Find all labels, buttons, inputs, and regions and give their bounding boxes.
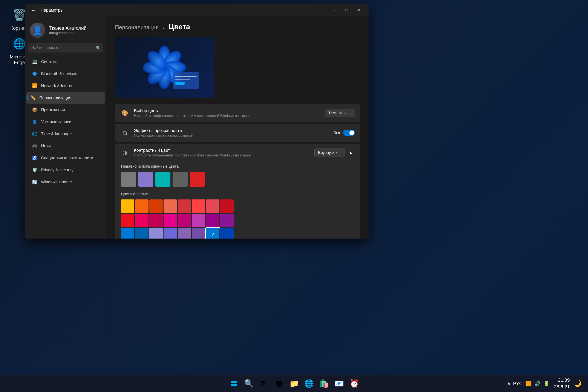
taskbar-sys-icons: ∧ РУС 📶 🔊 🔋 (507, 380, 550, 387)
color-cell-0-0[interactable] (121, 200, 134, 213)
contrast-expanded-section: Недавно использованные цвета Цвета Windo… (115, 160, 360, 238)
taskbar: 🔍 ⧉ ▦ 📁 🌐 🛍️ 📧 ⏰ (0, 375, 588, 392)
color-cell-1-7[interactable] (220, 214, 234, 227)
color-choice-control: Темный ▾ (325, 109, 355, 117)
wifi-icon[interactable]: 📶 (525, 380, 532, 387)
color-choice-title: Выбор цвета (134, 108, 320, 113)
clock-button[interactable]: ⏰ (348, 377, 360, 390)
taskbar-language[interactable]: РУС (513, 381, 523, 386)
sidebar-item-network[interactable]: 📶 Network & internet (26, 80, 105, 92)
recent-swatch-2[interactable] (156, 172, 170, 187)
back-button[interactable]: ← (29, 6, 38, 15)
sidebar-item-accessibility-label: Специальные возможности (41, 156, 93, 160)
color-cell-2-7[interactable] (220, 228, 234, 238)
notification-icon[interactable]: 🌙 (574, 380, 582, 387)
color-cell-2-6-selected[interactable]: ✓ (206, 228, 220, 238)
search-icon: 🔍 (96, 46, 100, 50)
svg-rect-10 (231, 384, 234, 386)
toggle-on-label: Вкл. (333, 131, 341, 135)
sidebar-item-accessibility[interactable]: ♿ Специальные возможности (26, 152, 105, 164)
edge-taskbar-button[interactable]: 🌐 (302, 377, 316, 390)
color-cell-2-0[interactable] (121, 228, 134, 238)
color-cell-2-2[interactable] (149, 228, 163, 238)
color-cell-0-7[interactable] (220, 200, 234, 213)
color-cell-1-5[interactable] (192, 214, 205, 227)
sidebar-item-apps-label: Приложения (41, 108, 65, 112)
color-choice-dropdown[interactable]: Темный ▾ (325, 109, 355, 117)
color-cell-0-4[interactable] (178, 200, 191, 213)
user-info: Ткачев Анатолий info@comss.ru (49, 25, 101, 35)
color-cell-2-4[interactable] (178, 228, 191, 238)
edge-taskbar-icon: 🌐 (304, 379, 314, 388)
color-cell-0-5[interactable] (192, 200, 205, 213)
transparency-text: Эффекты прозрачности Полупрозрачные окна… (134, 128, 329, 138)
task-view-button[interactable]: ⧉ (258, 377, 270, 390)
windows-update-icon: 🔄 (32, 179, 38, 185)
start-button[interactable] (228, 377, 240, 390)
window-title: Параметры (40, 8, 329, 13)
sidebar-item-accounts[interactable]: 👤 Учетные записи (26, 116, 105, 128)
taskbar-clock[interactable]: 21:39 28.6.21 (554, 377, 570, 390)
sidebar-item-privacy[interactable]: 🛡️ Privacy & security (26, 164, 105, 176)
breadcrumb-current: Цвета (169, 22, 190, 31)
recent-swatch-4[interactable] (190, 172, 205, 187)
color-cell-1-0[interactable] (121, 214, 134, 227)
sidebar-item-personalization[interactable]: ✏️ Персонализация (26, 92, 105, 104)
sidebar-item-personalization-label: Персонализация (39, 96, 71, 100)
contrast-expand-button[interactable]: ▲ (347, 148, 355, 157)
recent-swatch-0[interactable] (121, 172, 136, 187)
color-cell-0-3[interactable] (164, 200, 177, 213)
maximize-button[interactable]: □ (341, 6, 352, 14)
color-choice-desc: Настройте отображение приложений и повер… (134, 114, 320, 118)
color-cell-1-2[interactable] (149, 214, 163, 227)
mail-button[interactable]: 📧 (333, 377, 346, 390)
contrast-dropdown[interactable]: Вручную ▾ (314, 148, 344, 157)
theme-preview (115, 38, 214, 98)
avatar: 👤 (30, 22, 45, 38)
file-explorer-button[interactable]: 📁 (288, 377, 300, 390)
accounts-icon: 👤 (32, 119, 38, 125)
user-profile[interactable]: 👤 Ткачев Анатолий info@comss.ru (25, 18, 106, 43)
sidebar: 👤 Ткачев Анатолий info@comss.ru 🔍 💻 С (25, 16, 106, 238)
close-button[interactable]: ✕ (353, 6, 364, 14)
sidebar-item-time[interactable]: 🌐 Time & language (26, 128, 105, 140)
accessibility-icon: ♿ (32, 155, 38, 161)
widgets-button[interactable]: ▦ (272, 377, 286, 390)
volume-icon[interactable]: 🔊 (534, 380, 541, 387)
sidebar-item-accounts-label: Учетные записи (41, 120, 71, 124)
contrast-color-row: ◑ Контрастный цвет Настройте отображение… (115, 144, 360, 162)
sidebar-item-gaming[interactable]: 🎮 Игры (26, 140, 105, 152)
color-cell-0-2[interactable] (149, 200, 163, 213)
chevron-up-taskbar-icon[interactable]: ∧ (507, 381, 511, 386)
recent-swatch-3[interactable] (172, 172, 188, 187)
color-cell-1-1[interactable] (135, 214, 148, 227)
task-view-icon: ⧉ (261, 379, 267, 388)
battery-icon[interactable]: 🔋 (543, 380, 550, 387)
chevron-up-icon: ▲ (348, 150, 353, 155)
color-cell-1-3[interactable] (164, 214, 177, 227)
color-cell-1-4[interactable] (178, 214, 191, 227)
selected-checkmark: ✓ (211, 232, 215, 237)
search-taskbar-button[interactable]: 🔍 (242, 377, 255, 390)
color-cell-2-1[interactable] (135, 228, 148, 238)
sidebar-item-windows-update[interactable]: 🔄 Windows Update (26, 176, 105, 188)
color-cell-2-5[interactable] (192, 228, 205, 238)
search-taskbar-icon: 🔍 (244, 379, 254, 388)
store-button[interactable]: 🛍️ (318, 377, 330, 390)
contrast-icon: ◑ (120, 148, 130, 157)
color-cell-0-6[interactable] (206, 200, 220, 213)
sidebar-item-apps[interactable]: 📦 Приложения (26, 104, 105, 116)
time-icon: 🌐 (32, 131, 38, 137)
color-cell-2-3[interactable] (164, 228, 177, 238)
transparency-toggle[interactable] (343, 130, 355, 136)
sidebar-item-system[interactable]: 💻 Система (26, 56, 105, 68)
widgets-icon: ▦ (275, 379, 282, 388)
minimize-button[interactable]: ─ (329, 6, 340, 14)
color-choice-icon: 🎨 (120, 108, 130, 118)
windows-colors-label: Цвета Windows (121, 192, 354, 196)
sidebar-item-bluetooth[interactable]: 🔷 Bluetooth & devices (26, 68, 105, 80)
color-cell-1-6[interactable] (206, 214, 220, 227)
recent-swatch-1[interactable] (138, 172, 153, 187)
search-input[interactable] (28, 43, 103, 52)
color-cell-0-1[interactable] (135, 200, 148, 213)
